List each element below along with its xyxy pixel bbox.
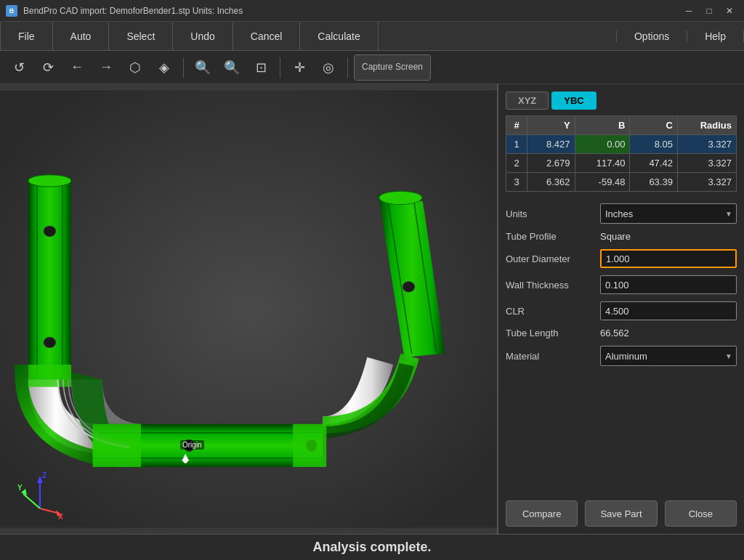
menu-cancel[interactable]: Cancel (233, 22, 301, 50)
axis-indicator: Z Y X (15, 468, 65, 519)
app-icon: B (6, 5, 17, 17)
outer-diameter-label: Outer Diameter (506, 253, 600, 264)
toolbar-separator-1 (183, 57, 184, 78)
menu-auto[interactable]: Auto (53, 22, 110, 50)
col-header-num: # (506, 116, 527, 135)
bottom-buttons: Compare Save Part Close (506, 500, 737, 527)
material-label: Material (506, 351, 600, 362)
table-body: 18.4270.008.053.32722.679117.4047.423.32… (506, 135, 737, 192)
right-panel: XYZ YBC # Y B C Radius 18.4270.008.053.3… (497, 84, 744, 534)
tab-ybc[interactable]: YBC (551, 92, 596, 110)
svg-point-5 (44, 337, 55, 347)
tool-orbit-btn[interactable]: ⟳ (35, 54, 61, 81)
toolbar-separator-2 (280, 57, 280, 78)
tool-zoom-fit-btn[interactable]: ⊡ (248, 54, 274, 81)
col-header-c: C (630, 116, 677, 135)
material-select-wrapper: Aluminum Steel Stainless Steel Copper Ti… (600, 346, 737, 366)
tube-profile-row: Tube Profile Square (506, 231, 737, 242)
svg-rect-16 (28, 365, 71, 387)
window-controls: ─ □ ✕ (680, 4, 738, 18)
tabs-row: XYZ YBC (506, 92, 737, 110)
save-part-button[interactable]: Save Part (585, 500, 657, 527)
svg-point-14 (379, 191, 422, 204)
svg-text:Z: Z (42, 471, 46, 479)
tool-redo-btn[interactable]: → (93, 54, 119, 81)
table-row[interactable]: 36.362-59.4863.393.327 (506, 173, 737, 192)
close-window-button[interactable]: ✕ (721, 4, 738, 18)
tube-profile-value: Square (600, 231, 737, 242)
table-row[interactable]: 22.679117.4047.423.327 (506, 154, 737, 173)
tool-rotate-btn[interactable]: ↺ (6, 54, 32, 81)
statusbar: Analysis complete. (0, 534, 744, 560)
table-row[interactable]: 18.4270.008.053.327 (506, 135, 737, 154)
origin-label: Origin (180, 440, 204, 450)
clr-row: CLR (506, 301, 737, 320)
material-select[interactable]: Aluminum Steel Stainless Steel Copper Ti… (600, 346, 737, 366)
titlebar: B BendPro CAD import: DemoforBender1.stp… (0, 0, 744, 22)
close-button[interactable]: Close (665, 500, 737, 527)
svg-text:X: X (58, 513, 63, 519)
tool-view-3d-btn[interactable]: ◈ (151, 54, 177, 81)
menu-calculate[interactable]: Calculate (300, 22, 378, 50)
tool-undo-btn[interactable]: ← (64, 54, 90, 81)
svg-rect-17 (93, 424, 141, 467)
menu-select[interactable]: Select (109, 22, 173, 50)
svg-rect-1 (28, 179, 71, 380)
col-header-b: B (575, 116, 630, 135)
tube-profile-label: Tube Profile (506, 231, 600, 242)
toolbar: ↺ ⟳ ← → ⬡ ◈ 🔍 🔍 ⊡ ✛ ◎ Capture Screen (0, 51, 744, 84)
svg-point-6 (28, 175, 71, 187)
outer-diameter-input[interactable] (600, 249, 737, 268)
tool-zoom-in-btn[interactable]: 🔍 (219, 54, 245, 81)
menu-right: Options Help (616, 31, 744, 42)
units-select[interactable]: Inches Millimeters (600, 203, 737, 224)
svg-point-15 (403, 282, 414, 292)
tool-zoom-out-btn[interactable]: 🔍 (190, 54, 216, 81)
tube-length-value: 66.562 (600, 328, 737, 338)
compare-button[interactable]: Compare (506, 500, 578, 527)
tab-xyz[interactable]: XYZ (506, 92, 549, 110)
tool-target-btn[interactable]: ◎ (315, 54, 341, 81)
3d-viewport[interactable]: Origin Z Y X (0, 84, 497, 534)
status-message: Analysis complete. (312, 540, 431, 555)
window-title: BendPro CAD import: DemoforBender1.stp U… (23, 6, 680, 16)
maximize-button[interactable]: □ (700, 4, 718, 18)
wall-thickness-row: Wall Thickness (506, 275, 737, 294)
3d-scene (0, 84, 497, 534)
clr-label: CLR (506, 306, 600, 317)
main-content: Origin Z Y X XYZ YBC (0, 84, 744, 534)
units-select-wrapper: Inches Millimeters (600, 203, 737, 224)
tube-length-row: Tube Length 66.562 (506, 328, 737, 338)
minimize-button[interactable]: ─ (680, 4, 698, 18)
tube-length-label: Tube Length (506, 328, 600, 338)
menu-file[interactable]: File (0, 22, 53, 50)
outer-diameter-row: Outer Diameter (506, 249, 737, 268)
units-row: Units Inches Millimeters (506, 203, 737, 224)
svg-point-4 (44, 226, 55, 236)
clr-input[interactable] (600, 301, 737, 320)
menu-undo[interactable]: Undo (173, 22, 232, 50)
capture-screen-button[interactable]: Capture Screen (354, 54, 431, 81)
tool-pan-btn[interactable]: ✛ (286, 54, 312, 81)
properties-section: Units Inches Millimeters Tube Profile Sq… (506, 203, 737, 373)
menu-help[interactable]: Help (687, 31, 744, 42)
toolbar-separator-3 (347, 57, 348, 78)
menu-options[interactable]: Options (616, 31, 687, 42)
wall-thickness-input[interactable] (600, 275, 737, 294)
tool-view-iso-btn[interactable]: ⬡ (122, 54, 148, 81)
material-row: Material Aluminum Steel Stainless Steel … (506, 346, 737, 366)
col-header-radius: Radius (677, 116, 736, 135)
wall-thickness-label: Wall Thickness (506, 280, 600, 291)
menubar: File Auto Select Undo Cancel Calculate O… (0, 22, 744, 51)
svg-text:Y: Y (17, 484, 23, 492)
col-header-y: Y (527, 116, 575, 135)
units-label: Units (506, 208, 600, 219)
svg-line-24 (23, 494, 40, 508)
svg-rect-18 (293, 424, 326, 467)
data-table: # Y B C Radius 18.4270.008.053.32722.679… (506, 115, 737, 192)
